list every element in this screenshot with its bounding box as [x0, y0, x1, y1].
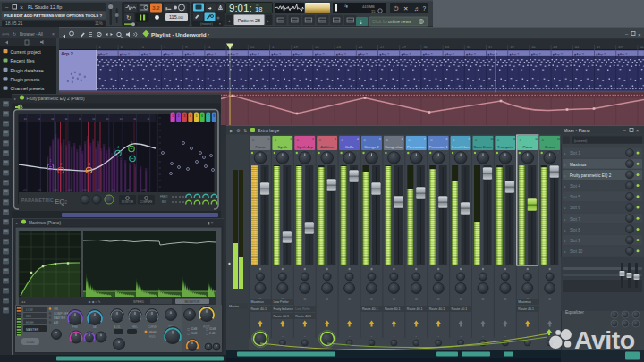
svg-text:7: 7	[424, 138, 426, 141]
svg-text:▮▬: ▮▬	[165, 6, 171, 11]
svg-text:⊖: ⊖	[393, 297, 396, 301]
svg-text:0: 0	[267, 138, 269, 141]
svg-text:(noone): (noone)	[200, 21, 213, 26]
svg-text:Extra large: Extra large	[258, 128, 279, 133]
svg-text:Slot 1: Slot 1	[570, 151, 580, 156]
svg-text:200: 200	[68, 189, 72, 192]
svg-text:⇦⇨: ⇦⇨	[2, 31, 9, 37]
svg-text:⊖: ⊖	[370, 297, 374, 301]
svg-text:Cello: Cello	[345, 145, 354, 149]
svg-text:▮Arp 2: ▮Arp 2	[531, 53, 541, 56]
svg-text:▢ 2 dB: ▢ 2 dB	[206, 332, 215, 335]
svg-text:▮Arp 2: ▮Arp 2	[120, 53, 130, 56]
svg-text:▮Arp 2: ▮Arp 2	[445, 53, 454, 56]
svg-text:PRE: PRE	[72, 325, 78, 329]
svg-text:15: 15	[250, 45, 255, 49]
svg-text:LOW: LOW	[26, 308, 34, 312]
svg-text:11%: 11%	[95, 21, 103, 26]
svg-text:3.2: 3.2	[152, 5, 160, 11]
svg-text:Maximus: Maximus	[570, 163, 587, 167]
svg-text:⌃: ⌃	[459, 335, 462, 340]
svg-text:⌃: ⌃	[348, 335, 351, 340]
svg-text:⌃: ⌃	[303, 335, 306, 340]
svg-text:Synth: Synth	[277, 145, 287, 149]
svg-text:▸: ▸	[564, 250, 566, 254]
svg-text:⊖: ⊖	[436, 297, 440, 301]
svg-text:Channel presets: Channel presets	[11, 86, 45, 91]
svg-text:REL: REL	[132, 325, 138, 329]
svg-text:▮▮: ▮▮	[38, 118, 40, 121]
svg-text:♫: ♫	[475, 138, 478, 142]
svg-text:▮Arp 2: ▮Arp 2	[358, 53, 368, 56]
svg-text:Arp 2: Arp 2	[61, 51, 73, 56]
svg-text:20: 20	[23, 189, 27, 192]
svg-text:COMPARE: COMPARE	[140, 200, 153, 204]
svg-text:⊖: ⊖	[504, 297, 507, 301]
svg-text:▢ 32dB: ▢ 32dB	[187, 327, 197, 331]
svg-text:♫: ♫	[408, 138, 411, 142]
svg-text:⊖: ⊖	[326, 297, 329, 301]
svg-text:SAT: SAT	[92, 325, 97, 329]
svg-text:BIT: BIT	[256, 4, 260, 7]
svg-text:▮Arp 2: ▮Arp 2	[423, 53, 433, 56]
svg-text:Fruity balance: Fruity balance	[273, 307, 293, 311]
svg-text:⚙: ⚙	[236, 128, 241, 133]
svg-text:9: 9	[469, 138, 470, 141]
svg-text:▮Arp 2: ▮Arp 2	[488, 53, 498, 56]
svg-text:(current): (current)	[574, 139, 588, 143]
svg-text:Slot 4: Slot 4	[570, 184, 580, 189]
svg-text:⊖: ⊖	[303, 297, 307, 301]
svg-text:39: 39	[510, 45, 514, 49]
svg-text:♫: ♫	[363, 138, 366, 142]
svg-text:▾: ▾	[219, 22, 221, 26]
svg-text:Route 40.1: Route 40.1	[273, 315, 289, 318]
svg-text:Plugin database: Plugin database	[11, 68, 44, 73]
svg-text:Maximus: Maximus	[518, 300, 531, 304]
svg-text:35: 35	[467, 45, 471, 49]
svg-text:4: 4	[357, 138, 359, 141]
svg-text:♫: ♫	[274, 138, 276, 142]
svg-text:HIGH: HIGH	[26, 321, 34, 324]
svg-text:▮▮: ▮▮	[120, 118, 123, 121]
svg-text:▮Arp 2: ▮Arp 2	[141, 53, 151, 56]
svg-text:▸: ▸	[16, 221, 18, 225]
svg-text:▮Arp 2: ▮Arp 2	[553, 53, 563, 56]
svg-text:⌃: ⌃	[437, 335, 440, 340]
svg-text:Avito: Avito	[574, 325, 635, 354]
svg-text:▮Arp 2: ▮Arp 2	[510, 53, 520, 56]
svg-text:Slot 7: Slot 7	[570, 217, 580, 222]
svg-text:▬: ▬	[117, 331, 120, 334]
svg-text:Percussion: Percussion	[407, 145, 426, 149]
svg-text:25: 25	[359, 45, 363, 49]
svg-text:ON: ON	[54, 307, 58, 311]
svg-text:▸: ▸	[564, 164, 566, 167]
svg-text:RMS: RMS	[149, 335, 156, 339]
svg-text:Click for: Click for	[372, 20, 388, 24]
svg-text:Bass Drum: Bass Drum	[474, 145, 493, 149]
svg-text:8: 8	[446, 138, 448, 141]
svg-text:Current project: Current project	[11, 49, 42, 55]
svg-text:12: 12	[535, 138, 538, 141]
svg-text:500: 500	[82, 189, 87, 192]
svg-text:▮▮: ▮▮	[24, 118, 27, 121]
svg-text:×: ×	[636, 128, 639, 133]
svg-text:27: 27	[380, 45, 385, 49]
svg-text:↻: ↻	[126, 14, 131, 21]
svg-text:45: 45	[575, 45, 580, 49]
svg-text:▮Arp 2: ▮Arp 2	[574, 53, 584, 56]
svg-text:5K: 5K	[127, 189, 131, 192]
svg-text:100: 100	[53, 189, 57, 192]
svg-text:CURVE: CURVE	[148, 325, 157, 329]
svg-text:41: 41	[531, 45, 536, 49]
svg-text:Maximus: Maximus	[251, 300, 265, 304]
svg-text:⊖: ⊖	[348, 297, 352, 301]
svg-text:Playlist - Underworld: Playlist - Underworld	[151, 31, 207, 38]
svg-text:MASTER: MASTER	[54, 316, 66, 320]
svg-text:▸: ▸	[564, 218, 566, 222]
svg-text:Maximus (Piano): Maximus (Piano)	[29, 221, 61, 225]
svg-text:⌃: ⌃	[481, 335, 484, 340]
svg-text:MID: MID	[26, 315, 32, 318]
svg-text:▢ 24dB: ▢ 24dB	[187, 332, 197, 335]
svg-text:Fruity parametric EQ 2: Fruity parametric EQ 2	[570, 173, 612, 178]
svg-text:♫: ♫	[296, 138, 299, 142]
